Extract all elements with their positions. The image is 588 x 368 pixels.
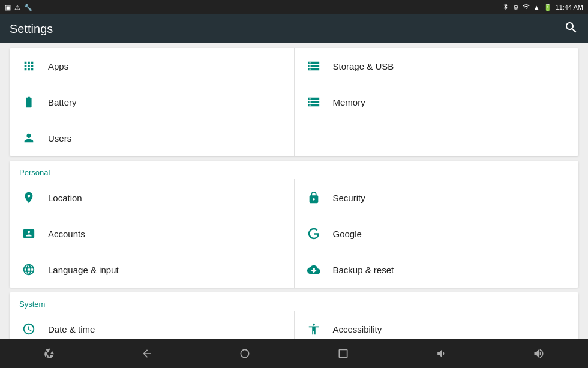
personal-section-header: Personal [10,161,578,179]
security-icon [304,188,323,207]
security-col: Security [295,179,579,216]
storage-col: Storage & USB [295,48,579,84]
backup-icon [304,260,323,279]
nav-camera-button[interactable] [35,339,64,368]
system-section-header: System [10,292,578,311]
nav-back-button[interactable] [133,339,161,368]
time-display: 11:44 AM [556,4,583,11]
google-col: Google [295,216,579,252]
battery-label: Battery [48,97,77,107]
apps-icon [19,56,38,76]
backup-label: Backup & reset [333,265,394,275]
status-bar-right: ⚙ ▲ 🔋 11:44 AM [502,3,583,11]
settings-status-icon: ⚙ [513,4,519,11]
apps-col: Apps [10,48,294,84]
notification-icon-3: 🔧 [24,4,32,11]
memory-item[interactable]: Memory [295,84,579,120]
main-content: Apps Storage & USB Battery [0,43,588,339]
status-bar: ▣ ⚠ 🔧 ⚙ ▲ 🔋 11:44 AM [0,0,588,14]
battery-item[interactable]: Battery [10,84,294,120]
location-label: Location [48,193,82,203]
apps-item[interactable]: Apps [10,48,294,84]
signal-icon: ▲ [533,4,540,11]
accounts-item[interactable]: Accounts [10,216,294,252]
language-col: Language & input [10,252,294,288]
users-empty-col [295,120,579,156]
system-row-datetime-accessibility: Date & time Accessibility [10,311,578,339]
location-icon [19,188,38,207]
battery-col: Battery [10,84,294,120]
datetime-col: Date & time [10,311,294,339]
device-row-apps-storage: Apps Storage & USB [10,48,578,84]
toolbar: Settings [0,14,588,43]
language-icon [19,260,38,279]
accessibility-col: Accessibility [295,311,579,339]
users-col: Users [10,120,294,156]
security-label: Security [333,193,365,203]
device-section-card: Apps Storage & USB Battery [10,48,578,156]
search-button[interactable] [564,20,578,38]
nav-recents-button[interactable] [329,339,358,368]
datetime-label: Date & time [48,324,95,334]
memory-icon [304,92,323,112]
google-label: Google [333,229,362,239]
location-col: Location [10,179,294,216]
language-item[interactable]: Language & input [10,252,294,288]
storage-label: Storage & USB [333,61,394,71]
memory-col: Memory [295,84,579,120]
backup-item[interactable]: Backup & reset [295,252,579,288]
apps-label: Apps [48,61,68,71]
language-label: Language & input [48,265,119,275]
datetime-item[interactable]: Date & time [10,311,294,339]
svg-point-0 [241,349,249,357]
accessibility-label: Accessibility [333,324,382,334]
battery-status-icon: 🔋 [544,4,552,11]
wifi-icon [523,3,530,11]
status-bar-left: ▣ ⚠ 🔧 [5,4,32,11]
personal-row-location-security: Location Security [10,179,578,216]
accessibility-icon [304,319,323,339]
storage-item[interactable]: Storage & USB [295,48,579,84]
security-item[interactable]: Security [295,179,579,216]
toolbar-title: Settings [10,22,53,36]
storage-icon [304,56,323,76]
accounts-label: Accounts [48,229,85,239]
device-row-users: Users [10,120,578,156]
datetime-icon [19,319,38,339]
personal-section-card: Personal Location Security [10,161,578,288]
users-icon [19,128,38,148]
users-item[interactable]: Users [10,120,294,156]
nav-bar [0,339,588,368]
google-icon [304,224,323,243]
device-row-battery-memory: Battery Memory [10,84,578,120]
memory-label: Memory [333,97,365,107]
location-item[interactable]: Location [10,179,294,216]
backup-col: Backup & reset [295,252,579,288]
system-section-card: System Date & time Accessibility [10,292,578,339]
accounts-col: Accounts [10,216,294,252]
accounts-icon [19,224,38,243]
notification-icon-1: ▣ [5,4,11,11]
svg-rect-1 [339,349,347,357]
google-item[interactable]: Google [295,216,579,252]
nav-home-button[interactable] [230,339,259,368]
notification-icon-2: ⚠ [14,4,20,11]
personal-row-accounts-google: Accounts Google [10,216,578,252]
battery-icon [19,92,38,112]
personal-row-language-backup: Language & input Backup & reset [10,252,578,288]
nav-volume-down-button[interactable] [427,339,455,368]
bluetooth-icon [502,3,509,11]
users-label: Users [48,133,71,143]
accessibility-item[interactable]: Accessibility [295,311,579,339]
nav-volume-up-button[interactable] [524,339,553,368]
